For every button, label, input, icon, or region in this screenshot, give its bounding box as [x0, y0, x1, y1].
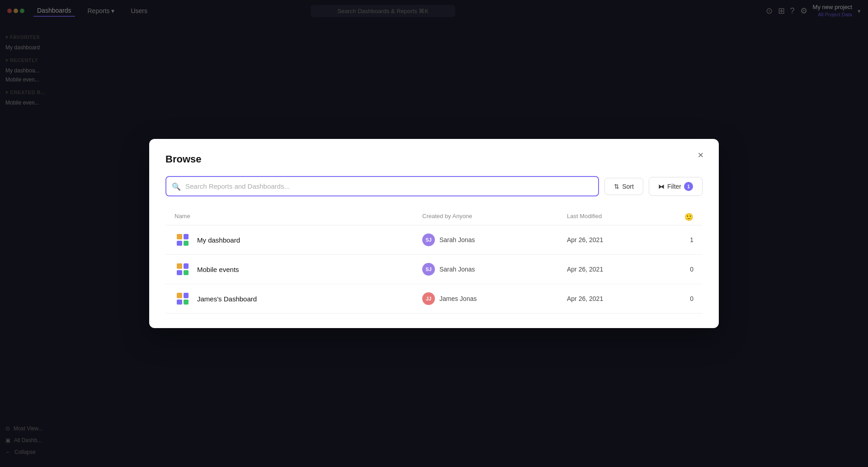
creator-name: Sarah Jonas: [439, 266, 475, 273]
col-creator-header[interactable]: Created by Anyone: [422, 213, 567, 221]
avatar: JJ: [422, 292, 435, 305]
count-cell: 0: [666, 295, 693, 302]
avatar: SJ: [422, 234, 435, 246]
search-row: 🔍 ⇅ Sort ⧓ Filter 1: [165, 176, 703, 196]
avatar: SJ: [422, 263, 435, 276]
sort-label: Sort: [622, 183, 634, 190]
date-cell: Apr 26, 2021: [567, 295, 666, 302]
creator-cell: SJ Sarah Jonas: [422, 234, 567, 246]
row-name-text: Mobile events: [197, 266, 239, 273]
sort-icon: ⇅: [614, 183, 619, 190]
sort-button[interactable]: ⇅ Sort: [604, 178, 643, 195]
search-input[interactable]: [165, 176, 599, 196]
filter-label: Filter: [667, 183, 681, 190]
dashboard-icon: [175, 261, 191, 277]
icon-sq-4: [184, 241, 189, 246]
creator-cell: JJ James Jonas: [422, 292, 567, 305]
table-row[interactable]: Mobile events SJ Sarah Jonas Apr 26, 202…: [165, 255, 703, 284]
table-row[interactable]: James's Dashboard JJ James Jonas Apr 26,…: [165, 284, 703, 314]
dashboard-icon: [175, 232, 191, 248]
count-cell: 1: [666, 236, 693, 243]
col-modified-header[interactable]: Last Modified: [567, 213, 666, 221]
icon-sq-1: [177, 293, 182, 298]
row-name-cell: Mobile events: [175, 261, 422, 277]
search-icon: 🔍: [172, 182, 181, 191]
row-name-cell: My dashboard: [175, 232, 422, 248]
dashboard-icon: [175, 291, 191, 307]
creator-name: Sarah Jonas: [439, 236, 475, 243]
icon-sq-2: [184, 263, 189, 269]
icon-sq-2: [184, 234, 189, 239]
icon-sq-4: [184, 270, 189, 276]
table-row[interactable]: My dashboard SJ Sarah Jonas Apr 26, 2021…: [165, 225, 703, 255]
close-button[interactable]: ×: [693, 148, 708, 162]
row-name-text: My dashboard: [197, 236, 240, 244]
creator-name: James Jonas: [439, 295, 476, 302]
icon-sq-1: [177, 234, 182, 239]
creator-cell: SJ Sarah Jonas: [422, 263, 567, 276]
row-name-text: James's Dashboard: [197, 295, 257, 303]
icon-sq-3: [177, 300, 182, 305]
filter-count-badge: 1: [684, 182, 693, 191]
icon-sq-2: [184, 293, 189, 298]
table-header: Name Created by Anyone Last Modified 🙂: [165, 209, 703, 225]
filter-button[interactable]: ⧓ Filter 1: [649, 177, 703, 196]
count-cell: 0: [666, 266, 693, 273]
icon-sq-1: [177, 263, 182, 269]
search-input-wrapper: 🔍: [165, 176, 599, 196]
date-cell: Apr 26, 2021: [567, 236, 666, 243]
icon-sq-3: [177, 270, 182, 276]
table-body: My dashboard SJ Sarah Jonas Apr 26, 2021…: [165, 225, 703, 314]
modal-title: Browse: [165, 153, 703, 165]
icon-sq-3: [177, 241, 182, 246]
col-emoji-header: 🙂: [666, 213, 693, 221]
row-name-cell: James's Dashboard: [175, 291, 422, 307]
icon-sq-4: [184, 300, 189, 305]
date-cell: Apr 26, 2021: [567, 266, 666, 273]
col-name-header: Name: [175, 213, 422, 221]
filter-icon: ⧓: [658, 183, 665, 190]
modal-overlay[interactable]: Browse × 🔍 ⇅ Sort ⧓ Filter 1 Name Create…: [0, 0, 868, 467]
browse-modal: Browse × 🔍 ⇅ Sort ⧓ Filter 1 Name Create…: [149, 139, 719, 328]
